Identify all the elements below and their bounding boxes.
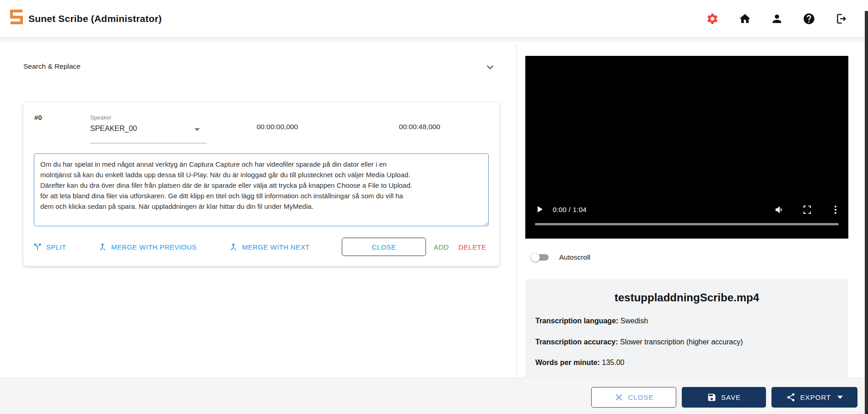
footer-bar: CLOSE SAVE EXPORT — [0, 377, 868, 414]
logout-icon[interactable] — [835, 12, 847, 25]
merge-with-next-button[interactable]: MERGE WITH NEXT — [228, 238, 310, 256]
header-shadow — [0, 38, 868, 44]
export-button[interactable]: EXPORT — [771, 387, 857, 408]
split-icon — [32, 242, 43, 252]
share-icon — [786, 392, 796, 402]
autoscroll-toggle[interactable] — [531, 252, 551, 262]
toggle-thumb[interactable] — [531, 253, 540, 262]
play-icon[interactable] — [535, 205, 545, 215]
home-icon[interactable] — [739, 12, 751, 25]
info-row-accuracy: Transcription accuracy: Slower transcrip… — [535, 338, 743, 346]
save-label: SAVE — [721, 393, 741, 401]
search-replace-label: Search & Replace — [23, 62, 81, 71]
file-info-panel: testuppladdningScribe.mp4 Transcription … — [525, 279, 848, 377]
segment-actions-row: SPLIT MERGE WITH PREVIOUS MERGE WITH NEX… — [23, 238, 499, 256]
fullscreen-icon[interactable] — [802, 204, 813, 215]
user-icon[interactable] — [771, 12, 783, 25]
footer-close-button[interactable]: CLOSE — [591, 387, 676, 408]
scrollbar-thumb[interactable] — [865, 11, 868, 414]
merge-down-icon — [228, 242, 238, 252]
add-button[interactable]: ADD — [434, 238, 449, 256]
merge-up-icon — [97, 242, 108, 252]
volume-icon[interactable] — [774, 204, 785, 215]
segment-index: #0 — [34, 114, 42, 121]
speaker-select[interactable]: Speaker SPEAKER_00 — [90, 114, 206, 144]
save-icon — [707, 392, 717, 402]
accuracy-label: Transcription accuracy: — [535, 338, 618, 346]
top-bar: Sunet Scribe (Administrator) — [0, 0, 868, 38]
autoscroll-label: Autoscroll — [559, 252, 590, 262]
delete-button[interactable]: DELETE — [458, 238, 486, 256]
segment-card: #0 Speaker SPEAKER_00 00:00:00,000 00:00… — [23, 103, 499, 266]
merge-next-label: MERGE WITH NEXT — [242, 243, 310, 251]
settings-icon[interactable] — [706, 12, 719, 25]
merge-with-previous-button[interactable]: MERGE WITH PREVIOUS — [97, 238, 197, 256]
chevron-down-icon[interactable] — [484, 61, 496, 73]
language-label: Transcription language: — [535, 317, 618, 325]
save-button[interactable]: SAVE — [682, 387, 766, 408]
info-row-wpm: Words per minute: 135.00 — [535, 359, 624, 367]
footer-close-label: CLOSE — [628, 393, 654, 401]
video-time: 0:00 / 1:04 — [553, 206, 587, 213]
language-value: Swedish — [618, 317, 648, 325]
app-root: Sunet Scribe (Administrator) Search & Re… — [0, 0, 868, 414]
video-progress-bar[interactable] — [535, 223, 839, 225]
speaker-value: SPEAKER_00 — [90, 125, 206, 133]
segment-end-time[interactable]: 00:00:48,000 — [383, 123, 456, 131]
segment-start-time[interactable]: 00:00:00,000 — [241, 123, 314, 131]
search-replace-expander[interactable]: Search & Replace — [0, 60, 508, 76]
kebab-menu-icon[interactable] — [830, 204, 841, 215]
add-label: ADD — [434, 243, 449, 251]
segment-close-label: CLOSE — [372, 243, 396, 251]
delete-label: DELETE — [458, 243, 486, 251]
wpm-label: Words per minute: — [535, 359, 600, 366]
filename: testuppladdningScribe.mp4 — [525, 291, 848, 304]
wpm-value: 135.00 — [600, 359, 624, 366]
split-button[interactable]: SPLIT — [32, 238, 66, 256]
logo-icon — [7, 8, 26, 26]
dropdown-arrow-icon[interactable] — [194, 128, 200, 131]
merge-previous-label: MERGE WITH PREVIOUS — [111, 243, 197, 251]
info-row-language: Transcription language: Swedish — [535, 317, 648, 325]
caret-down-icon[interactable] — [837, 396, 843, 399]
close-x-icon — [614, 392, 624, 402]
pane-divider — [516, 44, 517, 377]
accuracy-value: Slower transcription (higher accuracy) — [618, 338, 743, 346]
page-title: Sunet Scribe (Administrator) — [28, 0, 162, 38]
segment-text-input[interactable]: Om du har spelat in med något annat verk… — [34, 153, 489, 226]
split-label: SPLIT — [46, 243, 66, 251]
speaker-underline — [90, 143, 206, 143]
speaker-field-label: Speaker — [90, 114, 206, 121]
help-icon[interactable] — [803, 12, 815, 25]
video-player[interactable]: 0:00 / 1:04 — [525, 56, 848, 239]
page-scrollbar — [865, 0, 868, 414]
export-label: EXPORT — [800, 393, 831, 401]
segment-close-button[interactable]: CLOSE — [342, 238, 426, 256]
